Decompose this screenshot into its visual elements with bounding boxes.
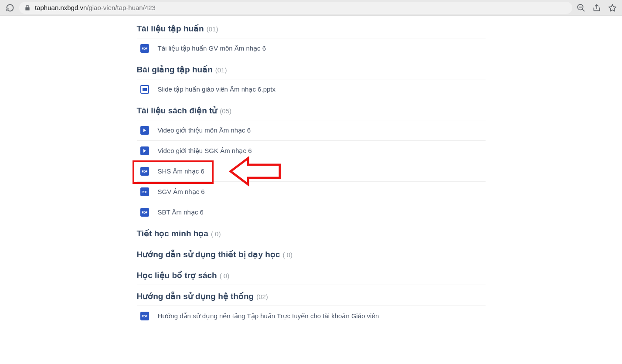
browser-actions <box>577 3 617 12</box>
url-text: taphuan.nxbgd.vn/giao-vien/tap-huan/423 <box>35 4 156 11</box>
section: Bài giảng tập huấn(01)Slide tập huấn giá… <box>137 65 486 99</box>
section-header: Bài giảng tập huấn(01) <box>137 65 486 79</box>
section-title: Bài giảng tập huấn <box>137 65 213 75</box>
svg-line-1 <box>582 9 584 11</box>
file-item[interactable]: PDFSGV Âm nhạc 6 <box>137 182 486 202</box>
file-item[interactable]: Video giới thiệu SGK Âm nhạc 6 <box>137 141 486 161</box>
pdf-icon: PDF <box>140 167 149 176</box>
file-label: Hướng dẫn sử dụng nền tảng Tập huấn Trực… <box>158 312 379 320</box>
section: Tiết học minh họa( 0) <box>137 228 486 243</box>
section-count: (01) <box>207 25 218 33</box>
section-count: ( 0) <box>211 230 221 238</box>
reload-button[interactable] <box>5 3 15 13</box>
file-item[interactable]: PDFSBT Âm nhạc 6 <box>137 202 486 222</box>
address-bar[interactable]: taphuan.nxbgd.vn/giao-vien/tap-huan/423 <box>19 2 572 14</box>
pdf-icon: PDF <box>140 44 149 53</box>
lock-icon <box>24 5 31 11</box>
section-title: Hướng dẫn sử dụng thiết bị dạy học <box>137 249 280 259</box>
section-count: ( 0) <box>220 272 230 279</box>
section: Tài liệu sách điện tử(05)Video giới thiệ… <box>137 105 486 222</box>
main-content: Tài liệu tập huấn(01)PDFTài liệu tập huấ… <box>137 16 486 350</box>
section-title: Tiết học minh họa <box>137 228 208 238</box>
file-label: Video giới thiệu SGK Âm nhạc 6 <box>158 147 252 155</box>
section-title: Tài liệu sách điện tử <box>137 105 218 116</box>
section-header: Tiết học minh họa( 0) <box>137 228 486 243</box>
section-title: Tài liệu tập huấn <box>137 24 204 34</box>
section-title: Học liệu bổ trợ sách <box>137 270 217 280</box>
section-header: Tài liệu sách điện tử(05) <box>137 105 486 120</box>
section-count: ( 0) <box>282 251 292 259</box>
section-header: Học liệu bổ trợ sách( 0) <box>137 270 486 285</box>
section: Hướng dẫn sử dụng thiết bị dạy học( 0) <box>137 249 486 264</box>
pdf-icon: PDF <box>140 187 149 196</box>
video-icon <box>140 146 149 155</box>
section-header: Hướng dẫn sử dụng hệ thống(02) <box>137 291 486 306</box>
pdf-icon: PDF <box>140 312 149 320</box>
file-item[interactable]: PDFTài liệu tập huấn GV môn Âm nhạc 6 <box>137 38 486 58</box>
file-label: Slide tập huấn giáo viên Âm nhạc 6.pptx <box>158 85 276 93</box>
browser-toolbar: taphuan.nxbgd.vn/giao-vien/tap-huan/423 <box>0 0 622 16</box>
file-label: Video giới thiệu môn Âm nhạc 6 <box>158 126 251 134</box>
file-label: SHS Âm nhạc 6 <box>158 167 204 175</box>
file-label: SGV Âm nhạc 6 <box>158 188 205 196</box>
section-header: Tài liệu tập huấn(01) <box>137 24 486 38</box>
file-item[interactable]: PDFSHS Âm nhạc 6 <box>137 161 486 182</box>
section-count: (05) <box>220 107 231 115</box>
file-item[interactable]: Slide tập huấn giáo viên Âm nhạc 6.pptx <box>137 79 486 99</box>
slide-icon <box>140 85 149 94</box>
section-count: (02) <box>256 293 268 300</box>
section: Học liệu bổ trợ sách( 0) <box>137 270 486 285</box>
video-icon <box>140 126 149 135</box>
file-item[interactable]: PDFHướng dẫn sử dụng nền tảng Tập huấn T… <box>137 306 486 326</box>
pdf-icon: PDF <box>140 208 149 217</box>
file-item[interactable]: Video giới thiệu môn Âm nhạc 6 <box>137 120 486 141</box>
file-label: SBT Âm nhạc 6 <box>158 208 204 216</box>
section: Hướng dẫn sử dụng hệ thống(02)PDFHướng d… <box>137 291 486 326</box>
zoom-out-icon[interactable] <box>577 3 585 12</box>
star-icon[interactable] <box>608 3 617 12</box>
section-header: Hướng dẫn sử dụng thiết bị dạy học( 0) <box>137 249 486 264</box>
share-icon[interactable] <box>592 3 601 12</box>
section-count: (01) <box>215 66 227 74</box>
section: Tài liệu tập huấn(01)PDFTài liệu tập huấ… <box>137 24 486 58</box>
file-label: Tài liệu tập huấn GV môn Âm nhạc 6 <box>158 44 266 52</box>
section-title: Hướng dẫn sử dụng hệ thống <box>137 291 254 301</box>
